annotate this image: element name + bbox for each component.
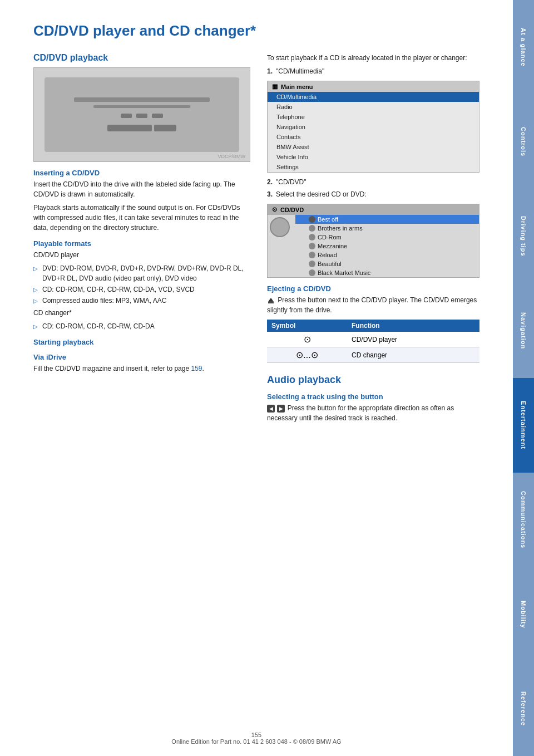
- list-item-compressed: Compressed audio files: MP3, WMA, AAC: [33, 296, 250, 306]
- cd-item-icon-2: [309, 234, 315, 240]
- symbol-col-header: Symbol: [267, 320, 347, 332]
- side-navigation: At a glance Controls Driving tips Naviga…: [513, 0, 534, 756]
- symbol-cell-1: ⊙...⊙: [267, 347, 347, 363]
- svg-rect-0: [268, 302, 274, 303]
- inserting-text-2: Playback starts automatically if the sou…: [33, 203, 250, 233]
- function-col-header: Function: [347, 320, 479, 332]
- table-row: ⊙ CD/DVD player: [267, 332, 479, 347]
- via-idrive-heading: Via iDrive: [33, 353, 250, 361]
- via-idrive-link[interactable]: 159: [191, 365, 202, 372]
- cd-item-icon-5: [309, 261, 315, 267]
- via-idrive-text: Fill the CD/DVD magazine and insert it, …: [33, 364, 250, 374]
- cd-item-6: Black Market Music: [295, 268, 479, 277]
- cd-item-icon-6: [309, 269, 315, 276]
- function-cell-0: CD/DVD player: [347, 332, 479, 347]
- left-column: CD/DVD playback VDCP/BMW: [33, 53, 250, 426]
- page-title: CD/DVD player and CD changer*: [33, 22, 479, 40]
- svg-marker-1: [268, 298, 274, 302]
- cd-item-3: Mezzanine: [295, 242, 479, 251]
- symbol-cell-0: ⊙: [267, 332, 347, 347]
- menu-icon: ▦: [272, 83, 278, 90]
- tab-entertainment[interactable]: Entertainment: [513, 378, 534, 473]
- right-column: To start playback if a CD is already loc…: [267, 53, 479, 426]
- ejecting-text: Press the button next to the CD/DVD play…: [267, 295, 479, 315]
- cd-disc-area: Best off Brothers in arms CD-Rom Me: [268, 215, 479, 277]
- intro-text: To start playback if a CD is already loc…: [267, 53, 479, 63]
- table-row: ⊙...⊙ CD changer: [267, 347, 479, 363]
- cd-item-0: Best off: [295, 215, 479, 224]
- formats-label-2: CD changer*: [33, 308, 250, 318]
- step-3-label: 3.: [267, 189, 273, 199]
- device-image: VDCP/BMW: [33, 67, 250, 162]
- selecting-track-heading: Selecting a track using the button: [267, 392, 479, 401]
- cd-title-bar: ⊙ CD/DVD: [268, 204, 479, 215]
- right-arrow-icon: ▶: [277, 405, 285, 413]
- device-btn-3: [152, 114, 163, 118]
- device-bar-2: [154, 125, 176, 131]
- starting-heading: Starting playback: [33, 338, 250, 346]
- audio-playback-heading: Audio playback: [267, 374, 479, 386]
- formats-label-1: CD/DVD player: [33, 250, 250, 260]
- two-column-layout: CD/DVD playback VDCP/BMW: [33, 53, 479, 426]
- ejecting-heading: Ejecting a CD/DVD: [267, 284, 479, 293]
- device-row: [107, 125, 176, 131]
- function-cell-1: CD changer: [347, 347, 479, 363]
- footer-text: Online Edition for Part no. 01 41 2 603 …: [171, 738, 341, 745]
- device-slot: [74, 97, 210, 102]
- tab-navigation[interactable]: Navigation: [513, 283, 534, 378]
- device-slot-2: [93, 105, 191, 108]
- tab-controls[interactable]: Controls: [513, 95, 534, 189]
- tab-communications[interactable]: Communications: [513, 473, 534, 567]
- left-arrow-icon: ◀: [267, 405, 275, 413]
- cd-item-5: Beautiful: [295, 259, 479, 268]
- tab-mobility[interactable]: Mobility: [513, 567, 534, 662]
- cd-icon: ⊙: [272, 206, 277, 213]
- symbol-table: Symbol Function ⊙ CD/DVD player ⊙...⊙ CD…: [267, 320, 479, 363]
- cd-item-2: CD-Rom: [295, 233, 479, 242]
- cd-dvd-playback-heading: CD/DVD playback: [33, 53, 250, 63]
- device-buttons: [121, 114, 163, 118]
- tab-at-a-glance[interactable]: At a glance: [513, 0, 534, 95]
- steps-list: 1. "CD/Multimedia": [267, 66, 479, 76]
- cd-item-icon-1: [309, 225, 315, 232]
- cd-item-1: Brothers in arms: [295, 224, 479, 233]
- step-1-label: 1.: [267, 66, 273, 76]
- menu-item-5: BMW Assist: [268, 142, 479, 152]
- page-number: 155: [251, 732, 261, 738]
- list-item-changer: CD: CD-ROM, CD-R, CD-RW, CD-DA: [33, 321, 250, 331]
- menu-item-3: Navigation: [268, 122, 479, 132]
- formats-heading: Playable formats: [33, 239, 250, 248]
- menu-item-1: Radio: [268, 102, 479, 112]
- page-footer: 155 Online Edition for Part no. 01 41 2 …: [0, 732, 513, 745]
- inserting-text-1: Insert the CD/DVD into the drive with th…: [33, 179, 250, 199]
- device-bar: [107, 125, 152, 131]
- eject-icon: [267, 297, 275, 305]
- tab-driving-tips[interactable]: Driving tips: [513, 189, 534, 284]
- step-1: 1. "CD/Multimedia": [267, 66, 479, 76]
- cd-item-icon-3: [309, 243, 315, 249]
- menu-item-2: Telephone: [268, 112, 479, 122]
- image-watermark: VDCP/BMW: [218, 154, 246, 159]
- cd-item-icon-4: [309, 252, 315, 258]
- device-inner: [44, 77, 239, 152]
- menu-item-6: Vehicle Info: [268, 152, 479, 162]
- menu-item-0: CD/Multimedia: [268, 92, 479, 102]
- inserting-heading: Inserting a CD/DVD: [33, 169, 250, 177]
- selecting-track-text: ◀ ▶ Press the button for the appropriate…: [267, 403, 479, 423]
- dvd-formats-list: DVD: DVD-ROM, DVD-R, DVD+R, DVD-RW, DVD+…: [33, 263, 250, 306]
- cd-disc-visual: [270, 217, 290, 237]
- steps-list-2: 2. "CD/DVD" 3. Select the desired CD or …: [267, 177, 479, 199]
- step-3: 3. Select the desired CD or DVD:: [267, 189, 479, 199]
- list-item-dvd: DVD: DVD-ROM, DVD-R, DVD+R, DVD-RW, DVD+…: [33, 263, 250, 283]
- step-2-label: 2.: [267, 177, 273, 187]
- menu-title-bar: ▦ Main menu: [268, 81, 479, 92]
- main-menu-screenshot: ▦ Main menu CD/Multimedia Radio Telephon…: [267, 81, 479, 173]
- tab-reference[interactable]: Reference: [513, 661, 534, 756]
- device-btn-2: [136, 114, 147, 118]
- list-item-cd: CD: CD-ROM, CD-R, CD-RW, CD-DA, VCD, SVC…: [33, 284, 250, 294]
- menu-item-7: Settings: [268, 162, 479, 172]
- cd-items-list: Best off Brothers in arms CD-Rom Me: [295, 215, 479, 277]
- main-content: CD/DVD player and CD changer* CD/DVD pla…: [0, 0, 513, 756]
- changer-formats-list: CD: CD-ROM, CD-R, CD-RW, CD-DA: [33, 321, 250, 331]
- step-2: 2. "CD/DVD": [267, 177, 479, 187]
